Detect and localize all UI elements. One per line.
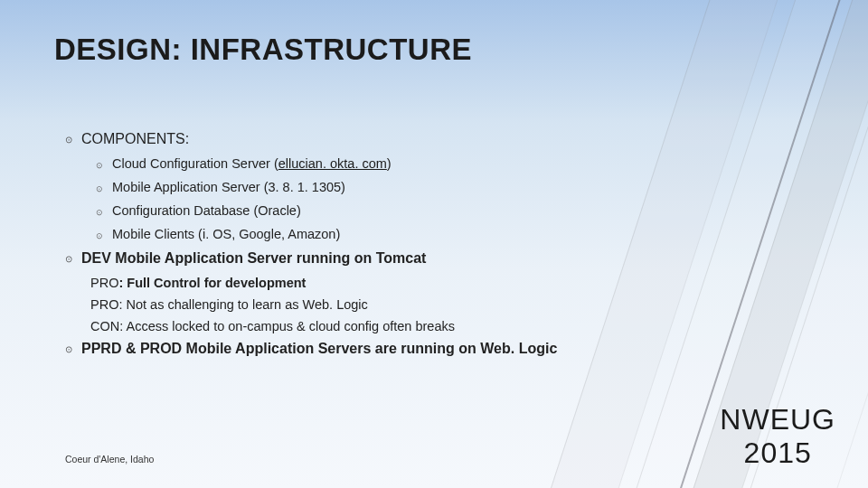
list-item: ⊙ Configuration Database (Oracle): [96, 203, 716, 218]
pro-label: PRO: [90, 276, 118, 290]
components-heading: COMPONENTS:: [81, 131, 189, 147]
component-text: Cloud Configuration Server (ellucian. ok…: [112, 156, 392, 171]
brand-block: NWEUG 2015: [720, 403, 835, 470]
footer-location: Coeur d'Alene, Idaho: [65, 454, 154, 465]
dev-pro1: PRO: Full Control for development: [90, 276, 716, 290]
component-text: Mobile Clients (i. OS, Google, Amazon): [112, 227, 340, 241]
bullet-icon: ⊙: [65, 344, 72, 354]
bullet-icon: ⊙: [65, 254, 72, 264]
dev-heading: DEV Mobile Application Server running on…: [81, 250, 426, 267]
slide: DESIGN: INFRASTRUCTURE ⊙ COMPONENTS: ⊙ C…: [0, 0, 868, 488]
brand-line1: NWEUG: [720, 403, 835, 436]
dev-pro2: PRO: Not as challenging to learn as Web.…: [90, 297, 716, 312]
bullet-icon: ⊙: [96, 208, 103, 217]
bullet-icon: ⊙: [96, 184, 103, 193]
list-item: ⊙ Mobile Application Server (3. 8. 1. 13…: [96, 180, 716, 194]
slide-body: ⊙ COMPONENTS: ⊙ Cloud Configuration Serv…: [65, 131, 716, 366]
slide-title: DESIGN: INFRASTRUCTURE: [54, 33, 472, 67]
text-suffix: ): [387, 156, 392, 171]
config-server-link[interactable]: ellucian. okta. com: [278, 156, 387, 171]
brand-line2: 2015: [720, 436, 835, 470]
component-text: Configuration Database (Oracle): [112, 203, 301, 218]
dev-heading-row: ⊙ DEV Mobile Application Server running …: [65, 250, 716, 267]
components-heading-row: ⊙ COMPONENTS:: [65, 131, 716, 147]
pro-text: : Full Control for development: [118, 276, 306, 290]
components-list: ⊙ Cloud Configuration Server (ellucian. …: [96, 156, 716, 241]
text-prefix: Cloud Configuration Server (: [112, 156, 278, 171]
dev-con: CON: Access locked to on-campus & cloud …: [90, 319, 716, 333]
pprd-row: ⊙ PPRD & PROD Mobile Application Servers…: [65, 341, 716, 357]
bullet-icon: ⊙: [96, 161, 103, 170]
component-text: Mobile Application Server (3. 8. 1. 1305…: [112, 180, 345, 194]
list-item: ⊙ Cloud Configuration Server (ellucian. …: [96, 156, 716, 171]
list-item: ⊙ Mobile Clients (i. OS, Google, Amazon): [96, 227, 716, 241]
dev-details: PRO: Full Control for development PRO: N…: [90, 276, 716, 333]
bullet-icon: ⊙: [96, 231, 103, 240]
pprd-text: PPRD & PROD Mobile Application Servers a…: [81, 341, 557, 357]
bullet-icon: ⊙: [65, 135, 72, 145]
